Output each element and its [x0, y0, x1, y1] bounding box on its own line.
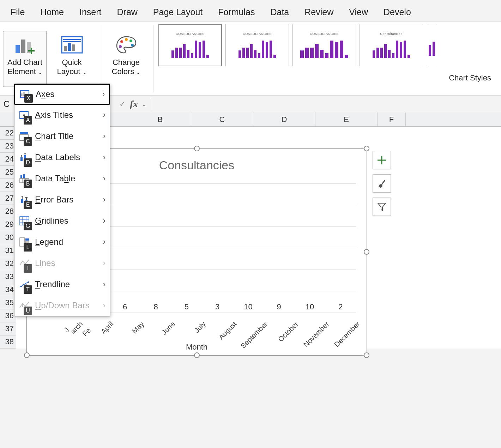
row-header[interactable]: 35 [0, 296, 16, 309]
row-header[interactable]: 37 [0, 322, 16, 335]
svg-rect-27 [20, 157, 23, 161]
chevron-right-icon: › [103, 195, 105, 204]
plus-icon [376, 155, 387, 165]
resize-handle[interactable] [364, 146, 369, 151]
menu-item-axes[interactable]: XAxes› [14, 84, 110, 105]
data-label: 8 [145, 302, 167, 311]
menu-item-label: Axis Titles [32, 110, 103, 120]
change-colors-button[interactable]: Change Colors ⌄ [104, 31, 148, 87]
row-header[interactable]: 30 [0, 231, 16, 244]
chart-style-thumb-3[interactable]: CONSULTANCIES [292, 24, 356, 66]
menu-item-label: Gridlines [32, 216, 103, 226]
row-header[interactable]: 24 [0, 153, 16, 166]
row-header[interactable]: 26 [0, 179, 16, 192]
svg-rect-1 [21, 40, 25, 53]
add-chart-element-button[interactable]: Add Chart Element ⌄ [3, 31, 47, 87]
chart-style-thumb-1[interactable]: CONSULTANCIES [158, 24, 222, 66]
data-label: 6 [114, 302, 135, 311]
keytip-badge: U [24, 307, 32, 315]
menu-item-label: Lines [32, 258, 103, 268]
resize-handle[interactable] [194, 352, 200, 358]
resize-handle[interactable] [24, 352, 30, 358]
palette-icon [114, 32, 139, 57]
menu-item-gridlines[interactable]: GGridlines› [14, 210, 110, 231]
keytip-badge: B [24, 180, 32, 188]
tab-review[interactable]: Review [304, 7, 333, 17]
keytip-badge: E [24, 201, 32, 209]
row-header[interactable]: 29 [0, 218, 16, 231]
data-label: 2 [330, 302, 351, 311]
menu-item-label: Up/Down Bars [32, 301, 103, 310]
data-label: 9 [268, 302, 290, 311]
row-header[interactable]: 25 [0, 166, 16, 179]
col-header[interactable]: E [315, 113, 378, 126]
fx-label[interactable]: fx [130, 98, 138, 110]
quick-layout-button[interactable]: Quick Layout ⌄ [50, 31, 94, 87]
check-icon[interactable]: ✓ [119, 99, 126, 109]
row-header[interactable]: 36 [0, 309, 16, 322]
brush-icon [376, 178, 387, 189]
chevron-down-icon[interactable]: ⌄ [141, 101, 146, 108]
row-header[interactable]: 34 [0, 283, 16, 296]
chart-style-thumb-2[interactable]: CONSULTANCIES [225, 24, 289, 66]
chart-styles-button[interactable] [373, 174, 391, 193]
chart-filters-button[interactable] [373, 198, 391, 216]
tab-file[interactable]: File [11, 7, 25, 17]
keytip-badge: X [24, 94, 33, 103]
svg-rect-49 [25, 241, 29, 243]
svg-rect-36 [21, 199, 23, 203]
svg-rect-35 [23, 174, 25, 178]
chevron-right-icon: › [103, 132, 105, 141]
tab-home[interactable]: Home [40, 7, 64, 17]
resize-handle[interactable] [364, 352, 369, 358]
row-header[interactable]: 23 [0, 140, 16, 153]
chart-style-thumb-more[interactable] [427, 24, 437, 66]
chevron-right-icon: › [103, 174, 105, 183]
name-box[interactable]: C [1, 99, 9, 109]
change-colors-label: Change Colors ⌄ [112, 58, 141, 77]
menu-item-lines: ILines› [14, 253, 110, 274]
tab-page-layout[interactable]: Page Layout [153, 7, 203, 17]
svg-rect-6 [64, 46, 67, 51]
col-header[interactable]: B [129, 113, 191, 126]
tab-formulas[interactable]: Formulas [218, 7, 255, 17]
resize-handle[interactable] [364, 249, 369, 255]
svg-point-13 [129, 40, 132, 42]
chevron-right-icon: › [102, 90, 105, 99]
row-header[interactable]: 33 [0, 270, 16, 283]
row-header[interactable]: 27 [0, 192, 16, 205]
menu-item-data-table[interactable]: BData Table› [14, 168, 110, 189]
keytip-badge: I [24, 264, 32, 273]
svg-point-29 [21, 155, 22, 157]
menu-item-error-bars[interactable]: EError Bars› [14, 189, 110, 210]
menu-item-axis-titles[interactable]: AAAxis Titles› [14, 104, 110, 126]
tab-insert[interactable]: Insert [79, 7, 102, 17]
data-label: 5 [176, 302, 197, 311]
formula-input[interactable] [152, 98, 501, 110]
tab-data[interactable]: Data [270, 7, 289, 17]
menu-item-chart-title[interactable]: CChart Title› [14, 126, 110, 147]
menu-item-data-labels[interactable]: DData Labels› [14, 147, 110, 168]
quick-layout-label: Quick Layout ⌄ [57, 58, 86, 77]
tab-view[interactable]: View [349, 7, 368, 17]
svg-point-14 [131, 44, 134, 47]
menu-item-legend[interactable]: LLegend› [14, 231, 110, 253]
row-header[interactable]: 31 [0, 244, 16, 257]
col-header[interactable]: D [253, 113, 315, 126]
x-axis-title[interactable]: Month [27, 343, 367, 352]
menu-item-trendline[interactable]: TTrendline› [14, 274, 110, 295]
tab-draw[interactable]: Draw [117, 7, 138, 17]
resize-handle[interactable] [194, 146, 200, 151]
row-header[interactable]: 28 [0, 205, 16, 218]
row-header[interactable]: 32 [0, 257, 16, 270]
row-header[interactable]: 38 [0, 335, 16, 349]
row-header[interactable]: 22 [0, 127, 16, 140]
tab-developer[interactable]: Develo [384, 7, 411, 17]
menu-item-label: Chart Title [32, 131, 103, 141]
chart-elements-button[interactable] [373, 151, 391, 169]
col-header[interactable]: F [378, 113, 406, 126]
col-header[interactable]: C [191, 113, 253, 126]
svg-rect-55 [22, 304, 23, 307]
chart-style-thumb-4[interactable]: Consultancies [360, 24, 423, 66]
quick-layout-icon [60, 32, 84, 57]
